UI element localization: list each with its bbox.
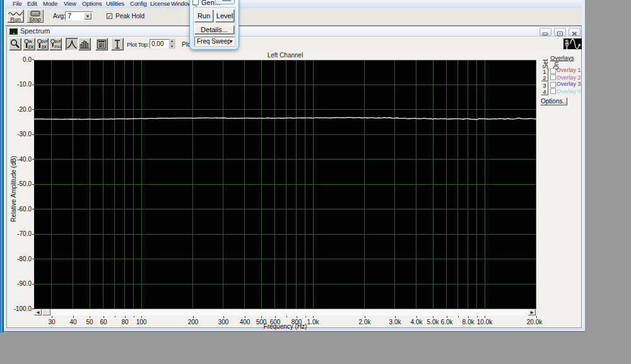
svg-text:IN: IN xyxy=(29,40,32,44)
svg-text:T: T xyxy=(565,44,569,49)
svg-text:FULL: FULL xyxy=(54,45,61,49)
svg-text:OUT: OUT xyxy=(42,40,48,44)
svg-text:2X: 2X xyxy=(41,45,47,49)
svg-text:2X: 2X xyxy=(28,45,34,49)
svg-text:OUT: OUT xyxy=(55,40,61,44)
